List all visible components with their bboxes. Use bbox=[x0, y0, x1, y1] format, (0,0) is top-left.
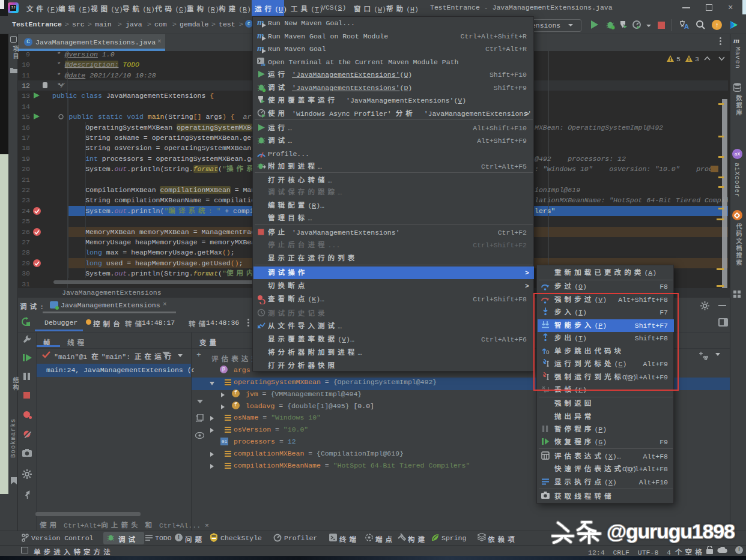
svg-text:A: A bbox=[684, 23, 689, 30]
svg-text:m: m bbox=[261, 61, 265, 67]
